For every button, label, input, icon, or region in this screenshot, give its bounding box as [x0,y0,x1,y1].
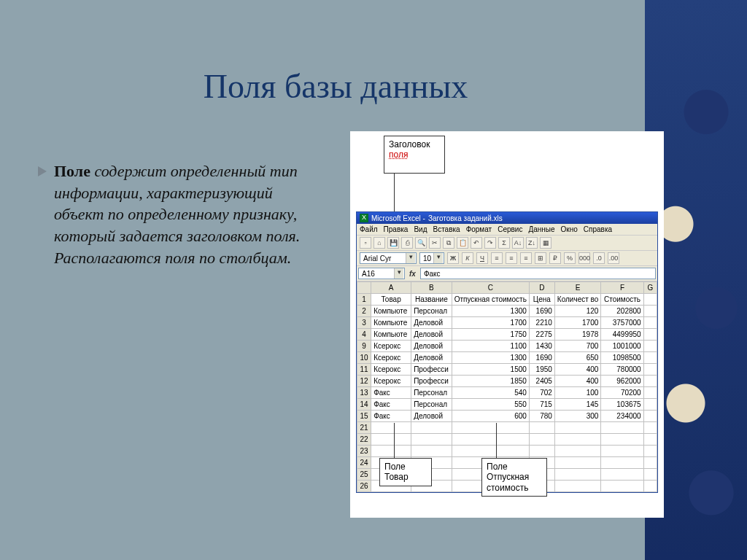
cell[interactable]: 1098500 [601,352,643,364]
percent-icon[interactable]: % [564,252,576,264]
cell[interactable]: 962000 [601,376,643,387]
cell[interactable]: Компьюте [371,306,411,317]
row-header[interactable]: 13 [357,387,371,399]
cell[interactable]: Ксерокс [371,364,411,376]
cell[interactable]: 3757000 [601,317,643,329]
menu-edit[interactable]: Правка [384,225,409,233]
cell[interactable]: Деловой [411,341,452,352]
cell[interactable] [601,434,643,446]
sum-icon[interactable]: Σ [498,237,510,249]
cell[interactable]: 1978 [554,329,600,341]
cell[interactable] [643,446,657,457]
cell[interactable] [371,446,411,457]
row-header[interactable]: 12 [357,376,371,387]
bold-icon[interactable]: Ж [447,252,459,264]
cell[interactable]: 2210 [529,317,554,329]
cell[interactable]: 202800 [601,306,643,317]
row-header[interactable]: 2 [357,306,371,317]
cell[interactable]: 145 [554,399,600,411]
cell[interactable]: Деловой [411,352,452,364]
cell[interactable] [529,446,554,457]
cell[interactable]: Ксерокс [371,352,411,364]
cell[interactable]: 2405 [529,376,554,387]
row-header[interactable]: 4 [357,329,371,341]
cell[interactable]: Персонал [411,306,452,317]
cell[interactable]: Ксерокс [371,376,411,387]
menu-file[interactable]: Файл [360,225,378,233]
cell[interactable]: Компьюте [371,329,411,341]
cell[interactable] [554,469,600,481]
align-right-icon[interactable]: ≡ [520,252,532,264]
cell[interactable]: 550 [452,399,529,411]
menu-window[interactable]: Окно [561,225,578,233]
col-G[interactable]: G [643,282,657,294]
cell[interactable]: 100 [554,387,600,399]
row-header[interactable]: 3 [357,317,371,329]
cell[interactable] [452,446,529,457]
copy-icon[interactable]: ⧉ [443,237,454,249]
sort-desc-icon[interactable]: Z↓ [526,237,538,249]
cell[interactable]: 1690 [529,306,554,317]
cell[interactable] [643,469,657,481]
cell[interactable] [643,422,657,434]
cell[interactable] [601,457,643,469]
redo-icon[interactable]: ↷ [484,237,496,249]
cell[interactable] [643,457,657,469]
cell[interactable]: Деловой [411,317,452,329]
align-center-icon[interactable]: ≡ [506,252,517,264]
name-box[interactable]: A16 [358,268,405,279]
cell[interactable]: Професси [411,364,452,376]
cell[interactable] [601,446,643,457]
cell[interactable] [601,481,643,492]
undo-icon[interactable]: ↶ [471,237,482,249]
menu-data[interactable]: Данные [528,225,554,233]
hdr-kolvo[interactable]: Количест во [554,294,600,306]
cell[interactable]: Персонал [411,387,452,399]
row-header[interactable]: 23 [357,446,371,457]
paste-icon[interactable]: 📋 [457,237,468,249]
cut-icon[interactable]: ✂ [429,237,441,249]
cell[interactable] [601,469,643,481]
hdr-tovar[interactable]: Товар [371,294,411,306]
cell[interactable] [411,422,452,434]
cell[interactable]: 1300 [452,352,529,364]
row-header[interactable]: 9 [357,341,371,352]
cell[interactable]: 120 [554,306,600,317]
menu-format[interactable]: Формат [466,225,492,233]
cell[interactable] [411,446,452,457]
cell[interactable]: 300 [554,411,600,422]
menu-insert[interactable]: Вставка [433,225,460,233]
hdr-nazvanie[interactable]: Название [411,294,452,306]
row-header[interactable]: 15 [357,411,371,422]
row-header[interactable]: 26 [357,481,371,492]
open-icon[interactable]: ⌂ [374,237,385,249]
hdr-otpusk[interactable]: Отпускная стоимость [452,294,529,306]
currency-icon[interactable]: ₽ [549,252,561,264]
col-A[interactable]: A [371,282,411,294]
underline-icon[interactable]: Ч [476,252,488,264]
hdr-stoimost[interactable]: Стоимость [601,294,643,306]
cell[interactable]: 780 [529,411,554,422]
cell[interactable]: 1850 [452,376,529,387]
cell[interactable]: Професси [411,376,452,387]
print-icon[interactable]: ⎙ [401,237,413,249]
cell[interactable]: 1100 [452,341,529,352]
cell[interactable]: 1950 [529,364,554,376]
col-D[interactable]: D [529,282,554,294]
cell[interactable]: 650 [554,352,600,364]
row-header[interactable]: 25 [357,469,371,481]
cell[interactable] [529,434,554,446]
cell[interactable]: 1700 [554,317,600,329]
cell[interactable]: 1500 [452,364,529,376]
sort-asc-icon[interactable]: A↓ [512,237,524,249]
preview-icon[interactable]: 🔍 [415,237,427,249]
col-B[interactable]: B [411,282,452,294]
cell[interactable]: 1700 [452,317,529,329]
save-icon[interactable]: 💾 [387,237,399,249]
cell[interactable] [554,457,600,469]
formula-bar[interactable]: Факс [420,268,656,279]
dec-inc-icon[interactable]: .0 [593,252,605,264]
row-header[interactable]: 14 [357,399,371,411]
cell[interactable] [529,422,554,434]
cell[interactable] [554,481,600,492]
